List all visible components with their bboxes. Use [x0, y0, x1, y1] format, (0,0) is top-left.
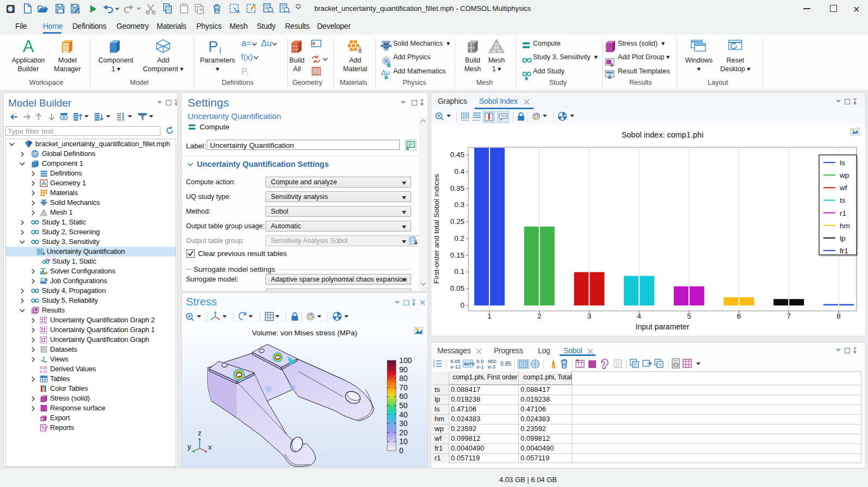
svg-text:wf: wf	[839, 184, 847, 192]
svg-text:0.15: 0.15	[450, 251, 464, 259]
svg-text:fr1: fr1	[840, 247, 848, 255]
svg-text:90: 90	[399, 365, 408, 374]
svg-text:i: i	[247, 70, 248, 77]
svg-text:10: 10	[399, 437, 408, 446]
svg-text:wp: wp	[839, 171, 849, 179]
svg-text:ts: ts	[840, 196, 846, 204]
svg-text:0.25: 0.25	[450, 217, 464, 226]
svg-text:P: P	[208, 39, 218, 55]
svg-text:3: 3	[587, 312, 592, 320]
svg-text:ls: ls	[840, 159, 845, 167]
svg-text:Sobol index: comp1.phi: Sobol index: comp1.phi	[622, 130, 704, 139]
svg-text:Input parameter: Input parameter	[636, 322, 690, 331]
svg-text:0.4: 0.4	[454, 167, 464, 176]
svg-text:e-1: e-1	[476, 364, 484, 370]
svg-text:0.2: 0.2	[454, 234, 464, 242]
svg-text:Δu: Δu	[261, 39, 272, 48]
svg-text:4: 4	[637, 312, 641, 320]
svg-text:0: 0	[399, 446, 404, 455]
svg-text:A: A	[23, 37, 34, 56]
svg-text:0.05: 0.05	[450, 284, 464, 292]
svg-text:2: 2	[537, 312, 542, 320]
svg-text:0.45: 0.45	[450, 151, 464, 159]
svg-text:7: 7	[787, 312, 791, 320]
svg-text:hm: hm	[840, 222, 850, 230]
svg-text:8.85: 8.85	[40, 366, 47, 370]
svg-text:AUTO: AUTO	[464, 362, 475, 366]
svg-text:0.3: 0.3	[454, 201, 464, 209]
svg-text:3: 3	[433, 364, 435, 368]
svg-text:e-12: e-12	[450, 364, 461, 370]
svg-text:60: 60	[399, 392, 408, 401]
svg-text:e-3: e-3	[488, 364, 495, 370]
svg-text:First-order and total Sobol in: First-order and total Sobol indices	[432, 174, 441, 284]
svg-text:100: 100	[399, 356, 412, 365]
svg-text:f(x): f(x)	[241, 52, 253, 61]
svg-text:8: 8	[836, 312, 841, 320]
svg-text:5: 5	[687, 312, 691, 320]
svg-text:6: 6	[737, 312, 741, 320]
svg-text:r1: r1	[840, 209, 846, 217]
svg-text:lp: lp	[840, 234, 846, 242]
svg-text:20: 20	[399, 428, 408, 437]
svg-text:70: 70	[399, 383, 408, 392]
svg-text:i: i	[219, 46, 221, 55]
svg-text:Δu: Δu	[381, 68, 390, 77]
svg-text:0.35: 0.35	[450, 184, 464, 192]
svg-text:x: x	[208, 443, 212, 451]
svg-text:50: 50	[399, 401, 408, 410]
svg-text:a=: a=	[241, 39, 251, 48]
svg-text:e-12: e-12	[40, 370, 48, 373]
svg-text:0: 0	[460, 301, 464, 309]
svg-text:0.1: 0.1	[454, 267, 464, 276]
svg-text:0.85: 0.85	[500, 360, 512, 367]
svg-text:30: 30	[399, 419, 408, 428]
svg-text:y: y	[188, 442, 191, 451]
svg-text:1: 1	[487, 312, 492, 320]
svg-text:80: 80	[399, 374, 408, 383]
svg-text:40: 40	[399, 410, 408, 419]
svg-text:z: z	[198, 429, 202, 437]
